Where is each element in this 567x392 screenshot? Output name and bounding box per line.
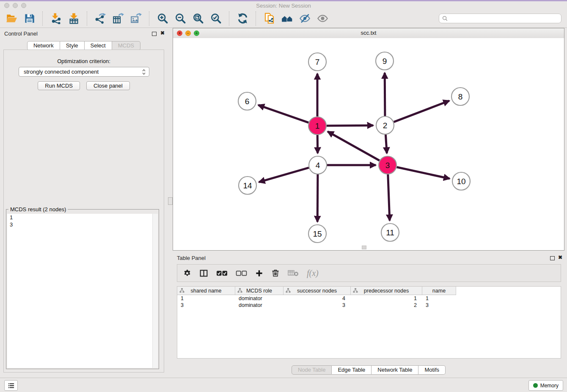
tab-style[interactable]: Style: [60, 41, 85, 50]
tab-network-table[interactable]: Network Table: [372, 365, 418, 375]
mcds-result-line: 1: [7, 214, 158, 221]
graph-edge-1-4[interactable]: [317, 135, 318, 153]
import-network-icon[interactable]: [50, 12, 62, 25]
clone-network-icon[interactable]: [263, 12, 275, 25]
network-maximize-icon[interactable]: +: [194, 30, 199, 36]
network-graph[interactable]: 7968124314101511: [173, 38, 564, 250]
table-cell[interactable]: 3: [284, 302, 351, 309]
graph-edge-2-9[interactable]: [385, 73, 385, 116]
tab-edge-table[interactable]: Edge Table: [332, 365, 372, 375]
table-cell[interactable]: 2: [351, 302, 422, 309]
graph-node-7[interactable]: 7: [308, 53, 326, 71]
graph-edge-2-8[interactable]: [394, 101, 449, 122]
delete-row-icon[interactable]: [271, 269, 280, 277]
run-mcds-button[interactable]: Run MCDS: [38, 81, 80, 90]
tab-select[interactable]: Select: [85, 41, 112, 50]
close-panel-icon[interactable]: ✖: [160, 30, 165, 36]
attribute-type-icon: [353, 288, 358, 293]
search-input[interactable]: [450, 15, 558, 22]
table-close-panel-icon[interactable]: ✖: [558, 254, 562, 260]
select-all-checkbox-icon[interactable]: [216, 270, 228, 277]
table-row[interactable]: 1dominator411: [177, 295, 561, 302]
network-canvas[interactable]: 7968124314101511: [173, 38, 564, 250]
table-cell[interactable]: dominator: [235, 302, 284, 309]
svg-text:4: 4: [316, 161, 320, 170]
graph-node-10[interactable]: 10: [452, 172, 470, 190]
table-row[interactable]: 3dominator323: [177, 302, 561, 309]
tab-network[interactable]: Network: [27, 41, 60, 50]
graph-node-15[interactable]: 15: [308, 225, 326, 243]
column-header-successor-nodes[interactable]: successor nodes: [284, 287, 351, 295]
svg-text:2: 2: [383, 121, 388, 130]
graph-node-8[interactable]: 8: [451, 88, 469, 105]
column-header-name[interactable]: name: [422, 287, 456, 295]
export-network-icon[interactable]: [94, 12, 107, 25]
network-minimize-icon[interactable]: −: [185, 30, 191, 36]
export-table-icon[interactable]: [112, 12, 124, 25]
graph-node-4[interactable]: 4: [309, 156, 327, 174]
table-cell[interactable]: 1: [351, 295, 422, 302]
table-cell[interactable]: 1: [177, 295, 235, 302]
panel-splitter-handle[interactable]: [168, 197, 173, 205]
gear-icon[interactable]: [183, 269, 191, 277]
deselect-all-checkbox-icon[interactable]: [236, 270, 247, 277]
network-window-controls: × − +: [177, 30, 199, 36]
table-float-panel-icon[interactable]: [550, 256, 555, 260]
search-box[interactable]: [439, 14, 561, 23]
table-cell[interactable]: 3: [177, 302, 235, 309]
refresh-layout-icon[interactable]: [236, 12, 249, 25]
canvas-horizontal-scroll-thumb[interactable]: [362, 246, 366, 249]
graph-edge-4-14[interactable]: [259, 168, 309, 182]
home-layout-icon[interactable]: [281, 12, 293, 25]
graph-node-11[interactable]: 11: [381, 224, 399, 241]
split-view-icon[interactable]: [199, 269, 208, 278]
graph-edge-2-3[interactable]: [385, 135, 387, 153]
hide-style-icon[interactable]: [298, 12, 311, 25]
export-image-icon[interactable]: [129, 12, 142, 25]
import-table-icon[interactable]: [67, 12, 80, 25]
mcds-result-list[interactable]: 13: [7, 214, 158, 368]
toolbar-items: [3, 11, 331, 26]
graph-node-9[interactable]: 9: [376, 52, 394, 70]
application-window: Session: New Session Control Panel ✖ Net…: [0, 0, 567, 392]
zoom-selected-icon[interactable]: [209, 12, 222, 25]
graph-edge-3-11[interactable]: [388, 174, 390, 221]
graph-node-1[interactable]: 1: [308, 117, 326, 135]
column-header-predecessor-nodes[interactable]: predecessor nodes: [351, 287, 422, 295]
toolbar-separator: [87, 11, 87, 26]
table-cell[interactable]: 4: [284, 295, 351, 302]
zoom-fit-icon[interactable]: [192, 12, 204, 25]
main-titlebar: Session: New Session: [0, 1, 567, 9]
result-scrollbar[interactable]: [152, 214, 158, 368]
table-cell[interactable]: 1: [422, 295, 456, 302]
criterion-dropdown[interactable]: strongly connected component: [19, 67, 149, 77]
open-file-icon[interactable]: [5, 12, 18, 25]
table-cell[interactable]: 3: [422, 302, 456, 309]
add-row-icon[interactable]: [255, 269, 263, 277]
graph-edge-3-10[interactable]: [397, 167, 450, 179]
save-session-icon[interactable]: [23, 12, 36, 25]
network-close-icon[interactable]: ×: [177, 30, 182, 36]
column-header-MCDS-role[interactable]: MCDS role: [235, 287, 284, 295]
criterion-dropdown-value: strongly connected component: [24, 69, 99, 75]
graph-edge-4-15[interactable]: [317, 174, 318, 222]
column-header-shared-name[interactable]: shared name: [177, 287, 235, 295]
task-history-button[interactable]: [4, 380, 18, 391]
memory-label: Memory: [540, 383, 559, 389]
table-cell[interactable]: dominator: [235, 295, 284, 302]
graph-node-14[interactable]: 14: [239, 177, 256, 194]
graph-edge-1-6[interactable]: [258, 105, 308, 123]
tab-motifs[interactable]: Motifs: [418, 365, 446, 375]
close-panel-button[interactable]: Close panel: [86, 81, 130, 90]
zoom-out-icon[interactable]: [174, 12, 187, 25]
float-panel-icon[interactable]: [152, 32, 157, 36]
graph-edge-1-2[interactable]: [327, 125, 373, 126]
memory-button[interactable]: Memory: [528, 380, 563, 391]
network-window-titlebar[interactable]: × − + scc.txt: [173, 28, 564, 39]
graph-edge-3-1[interactable]: [328, 132, 379, 161]
zoom-in-icon[interactable]: [156, 12, 169, 25]
graph-node-3[interactable]: 3: [379, 156, 396, 174]
show-graphics-icon[interactable]: [316, 12, 329, 25]
graph-node-6[interactable]: 6: [238, 92, 256, 110]
graph-node-2[interactable]: 2: [376, 116, 394, 134]
